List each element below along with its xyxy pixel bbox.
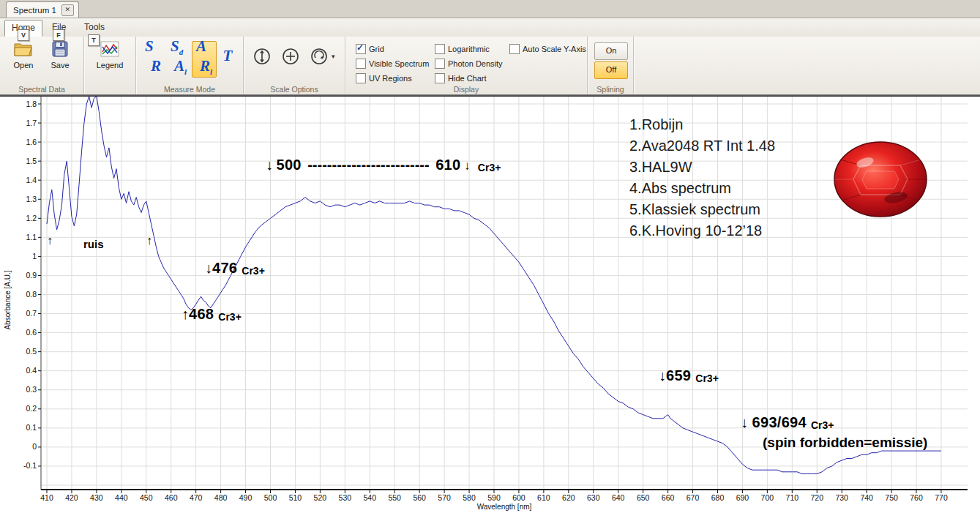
peak-annotation-693-694: ↓ 693/694Cr3+ bbox=[741, 414, 834, 431]
keytip-home: V bbox=[18, 29, 29, 41]
spectrometry-app-window: Spectrum 1 ✕ Home File Tools V F T Open bbox=[0, 0, 980, 513]
group-label-measure-mode: Measure Mode bbox=[136, 85, 243, 94]
checkbox-grid[interactable]: Grid bbox=[356, 44, 384, 54]
checkbox-hide-chart[interactable]: Hide Chart bbox=[435, 73, 487, 83]
up-arrow-icon: ↑ bbox=[182, 306, 189, 322]
range-dashed-line: ------------------------- bbox=[307, 157, 430, 173]
svg-text:730: 730 bbox=[835, 493, 848, 502]
ruby-gem-image bbox=[831, 138, 929, 221]
svg-text:Wavelength [nm]: Wavelength [nm] bbox=[477, 503, 532, 511]
close-icon[interactable]: ✕ bbox=[61, 4, 74, 16]
checkbox-photon-density[interactable]: Photon Density bbox=[435, 59, 503, 69]
measure-mode-sr-button[interactable]: S R bbox=[141, 41, 165, 78]
svg-text:700: 700 bbox=[761, 493, 774, 502]
mode-letter-top: Sd bbox=[171, 40, 183, 59]
document-tab-bar: Spectrum 1 ✕ bbox=[0, 0, 980, 18]
svg-text:1: 1 bbox=[32, 252, 37, 261]
measure-mode-sd-al-button[interactable]: Sd Al bbox=[166, 41, 191, 78]
svg-text:1.1: 1.1 bbox=[26, 233, 37, 241]
svg-text:470: 470 bbox=[190, 493, 203, 502]
svg-text:0.8: 0.8 bbox=[26, 290, 37, 299]
svg-text:0.1: 0.1 bbox=[26, 423, 37, 432]
keytip-file: F bbox=[53, 29, 64, 41]
info-line: 2.Ava2048 RT Int 1.48 bbox=[629, 135, 775, 157]
measure-mode-t-button[interactable]: T bbox=[215, 41, 240, 78]
group-label-spectral-data: Spectral Data bbox=[0, 85, 83, 94]
range-annotation-500-610: ↓ 500 ------------------------- 610 ↓ Cr… bbox=[266, 157, 501, 173]
svg-text:1.2: 1.2 bbox=[26, 214, 37, 222]
checkbox-grid-box bbox=[356, 44, 366, 54]
zoom-region-icon[interactable] bbox=[310, 47, 329, 66]
info-line: 6.K.Hoving 10-12’18 bbox=[629, 220, 775, 241]
tab-spectrum-1[interactable]: Spectrum 1 ✕ bbox=[6, 1, 79, 18]
svg-text:710: 710 bbox=[786, 493, 799, 502]
scale-options-dropdown-icon[interactable]: ▾ bbox=[332, 53, 335, 60]
group-spectral-data: Open Save Spectral Data bbox=[0, 37, 84, 94]
svg-text:520: 520 bbox=[314, 493, 327, 502]
svg-text:1.4: 1.4 bbox=[26, 176, 37, 184]
measure-mode-a-rl-button[interactable]: A Rl bbox=[192, 41, 217, 78]
svg-text:640: 640 bbox=[612, 493, 625, 502]
checkbox-logarithmic[interactable]: Logarithmic bbox=[435, 44, 490, 54]
checkbox-uv-regions[interactable]: UV Regions bbox=[356, 73, 412, 83]
svg-text:490: 490 bbox=[239, 493, 253, 502]
save-button[interactable]: Save bbox=[42, 40, 78, 70]
splining-off-button[interactable]: Off bbox=[594, 61, 628, 79]
noise-right-arrow: ↑ bbox=[146, 234, 152, 247]
group-scale-options: ▾ Scale Options bbox=[244, 37, 345, 94]
svg-text:770: 770 bbox=[935, 493, 948, 502]
mode-letter-bottom: R bbox=[151, 59, 161, 79]
checkbox-auto-scale-y-axis[interactable]: Auto Scale Y-Axis bbox=[509, 44, 586, 54]
mode-letter-top: S bbox=[145, 40, 154, 59]
svg-text:740: 740 bbox=[860, 493, 873, 502]
open-folder-icon bbox=[13, 40, 34, 59]
splining-on-button[interactable]: On bbox=[594, 42, 628, 60]
svg-text:440: 440 bbox=[115, 493, 128, 502]
svg-text:560: 560 bbox=[413, 493, 426, 502]
svg-text:530: 530 bbox=[339, 493, 352, 502]
svg-text:480: 480 bbox=[214, 493, 228, 502]
svg-text:670: 670 bbox=[687, 493, 700, 502]
mode-letter-top: A bbox=[196, 40, 206, 59]
svg-text:680: 680 bbox=[711, 493, 725, 502]
spectrum-info-text: 1.Robijn 2.Ava2048 RT Int 1.48 3.HAL9W 4… bbox=[629, 114, 775, 241]
svg-text:650: 650 bbox=[637, 493, 650, 502]
svg-text:460: 460 bbox=[165, 493, 178, 502]
mode-letter-top: T bbox=[223, 49, 233, 69]
open-button[interactable]: Open bbox=[6, 40, 41, 70]
down-arrow-icon: ↓ bbox=[464, 159, 471, 173]
checkbox-photon-density-box bbox=[435, 59, 445, 69]
svg-text:630: 630 bbox=[587, 493, 600, 502]
peak-annotation-476: ↓476Cr3+ bbox=[205, 260, 265, 277]
svg-text:510: 510 bbox=[289, 493, 302, 502]
svg-text:0.5: 0.5 bbox=[26, 347, 37, 356]
svg-text:690: 690 bbox=[736, 493, 749, 502]
svg-text:580: 580 bbox=[463, 493, 476, 502]
save-floppy-icon bbox=[50, 40, 70, 59]
svg-text:0.9: 0.9 bbox=[26, 271, 37, 280]
svg-text:720: 720 bbox=[810, 493, 823, 502]
svg-text:760: 760 bbox=[910, 493, 923, 502]
tab-tools[interactable]: Tools bbox=[78, 20, 111, 35]
legend-button-label: Legend bbox=[97, 61, 124, 70]
scale-y-axis-icon[interactable] bbox=[253, 47, 272, 66]
group-display: Grid Visible Spectrum UV Regions Logarit… bbox=[345, 37, 588, 94]
checkbox-hide-chart-box bbox=[435, 73, 445, 83]
svg-text:600: 600 bbox=[512, 493, 525, 502]
svg-text:410: 410 bbox=[40, 493, 53, 502]
info-line: 5.Klassiek spectrum bbox=[629, 199, 775, 220]
save-button-label: Save bbox=[51, 61, 69, 70]
svg-text:0.7: 0.7 bbox=[26, 309, 37, 318]
checkbox-visible-spectrum[interactable]: Visible Spectrum bbox=[356, 59, 429, 69]
group-measure-mode: S R Sd Al A Rl T Measure Mode bbox=[136, 37, 244, 94]
zoom-extents-icon[interactable] bbox=[281, 47, 300, 66]
svg-text:-0.1: -0.1 bbox=[23, 461, 37, 470]
ribbon-tab-row: Home File Tools bbox=[0, 18, 980, 37]
svg-text:0.2: 0.2 bbox=[26, 404, 37, 413]
group-label-display: Display bbox=[345, 85, 587, 94]
svg-text:0.4: 0.4 bbox=[26, 366, 37, 375]
spectrum-chart-area: 4104204304404504604704804905005105205305… bbox=[0, 97, 980, 513]
svg-text:1.8: 1.8 bbox=[26, 100, 37, 108]
checkbox-logarithmic-box bbox=[435, 44, 445, 54]
mode-letter-bottom: Al bbox=[174, 59, 187, 79]
